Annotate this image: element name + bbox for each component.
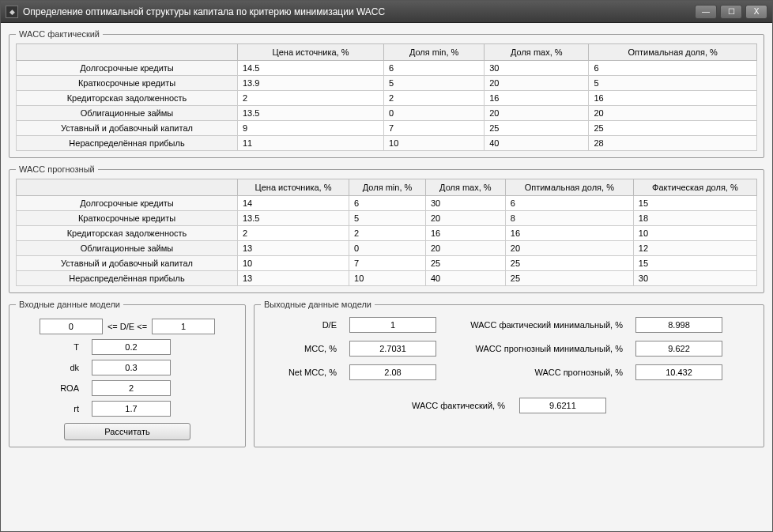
cell[interactable]: 16 [425,226,505,241]
cell[interactable]: 15 [633,256,756,271]
row-name: Краткосрочные кредиты [17,76,238,91]
cell[interactable]: 9 [238,121,384,136]
cell[interactable]: 2 [238,91,384,106]
cell[interactable]: 8 [505,211,633,226]
col-fact: Фактическая доля, % [633,179,756,196]
cell[interactable]: 7 [349,256,426,271]
de-out-value: 1 [349,317,436,333]
cell[interactable]: 16 [485,91,589,106]
cell[interactable]: 10 [349,271,426,286]
calculate-button[interactable]: Рассчитать [64,423,190,440]
cell[interactable]: 20 [589,106,757,121]
col-empty [17,44,238,61]
cell[interactable]: 6 [589,61,757,76]
cell[interactable]: 20 [425,211,505,226]
cell[interactable]: 12 [633,241,756,256]
cell[interactable]: 25 [589,121,757,136]
cell[interactable]: 7 [384,121,485,136]
rt-input[interactable] [92,401,171,417]
cell[interactable]: 13 [238,271,349,286]
cell[interactable]: 0 [384,106,485,121]
cell[interactable]: 20 [485,76,589,91]
row-name: Уставный и добавочный капитал [17,121,238,136]
table-row: Уставный и добавочный капитал 10 7 25 25… [17,256,757,271]
table-row: Краткосрочные кредиты 13.5 5 20 8 18 [17,211,757,226]
maximize-button[interactable]: ☐ [720,5,742,19]
wacc-forecast-legend: WACC прогнозный [16,164,98,174]
t-label: T [16,342,79,352]
roa-label: ROA [16,383,79,393]
de-high-input[interactable] [152,319,215,334]
cell[interactable]: 28 [589,136,757,151]
col-opt: Оптимальная доля, % [589,44,757,61]
outputs-legend: Выходные данные модели [261,300,375,309]
cell[interactable]: 25 [505,271,633,286]
rt-label: rt [16,404,79,413]
cell[interactable]: 18 [633,211,756,226]
row-name: Кредиторская задолженность [17,91,238,106]
wacc-fact-value: 9.6211 [519,398,606,413]
de-range-label: <= D/E <= [107,322,147,331]
close-button[interactable]: X [745,5,767,19]
table-row: Нераспределённая прибыль 11 10 40 28 [17,136,757,151]
cell[interactable]: 40 [485,136,589,151]
cell[interactable]: 5 [349,211,426,226]
de-out-label: D/E [266,320,337,330]
cell[interactable]: 13.5 [238,211,349,226]
wacc-factual-group: WACC фактический Цена источника, % Доля … [9,29,764,158]
cell[interactable]: 2 [238,226,349,241]
cell[interactable]: 6 [349,196,426,211]
cell[interactable]: 30 [425,196,505,211]
cell[interactable]: 13 [238,241,349,256]
cell[interactable]: 40 [425,271,505,286]
wacc-fact-min-label: WACC фактический минимальный, % [449,320,623,330]
row-name: Уставный и добавочный капитал [17,256,238,271]
cell[interactable]: 16 [589,91,757,106]
wacc-forecast-table: Цена источника, % Доля min, % Доля max, … [16,179,757,286]
cell[interactable]: 10 [633,226,756,241]
wacc-prog-min-value: 9.622 [635,341,722,357]
dk-input[interactable] [92,360,171,375]
table-row: Кредиторская задолженность 2 2 16 16 10 [17,226,757,241]
wacc-factual-table: Цена источника, % Доля min, % Доля max, … [16,43,757,151]
cell[interactable]: 14.5 [238,61,384,76]
wacc-fact-min-value: 8.998 [635,317,722,333]
cell[interactable]: 20 [485,106,589,121]
cell[interactable]: 13.9 [238,76,384,91]
cell[interactable]: 25 [425,256,505,271]
cell[interactable]: 20 [425,241,505,256]
row-name: Долгосрочные кредиты [17,61,238,76]
cell[interactable]: 25 [505,256,633,271]
cell[interactable]: 10 [238,256,349,271]
table-row: Уставный и добавочный капитал 9 7 25 25 [17,121,757,136]
cell[interactable]: 11 [238,136,384,151]
de-low-input[interactable] [40,319,103,334]
cell[interactable]: 30 [485,61,589,76]
cell[interactable]: 2 [384,91,485,106]
cell[interactable]: 6 [384,61,485,76]
cell[interactable]: 20 [505,241,633,256]
cell[interactable]: 10 [384,136,485,151]
cell[interactable]: 5 [589,76,757,91]
cell[interactable]: 0 [349,241,426,256]
cell[interactable]: 15 [633,196,756,211]
minimize-button[interactable]: — [695,5,717,19]
netmcc-value: 2.08 [349,364,436,380]
cell[interactable]: 14 [238,196,349,211]
roa-input[interactable] [92,380,171,396]
cell[interactable]: 13.5 [238,106,384,121]
cell[interactable]: 25 [485,121,589,136]
col-price: Цена источника, % [238,179,349,196]
cell[interactable]: 6 [505,196,633,211]
row-name: Облигационные займы [17,241,238,256]
cell[interactable]: 30 [633,271,756,286]
row-name: Краткосрочные кредиты [17,211,238,226]
t-input[interactable] [92,339,171,355]
cell[interactable]: 2 [349,226,426,241]
cell[interactable]: 16 [505,226,633,241]
titlebar[interactable]: ◆ Определение оптимальной структуры капи… [1,1,772,23]
cell[interactable]: 5 [384,76,485,91]
window-title: Определение оптимальной структуры капита… [23,6,695,17]
col-price: Цена источника, % [238,44,384,61]
table-row: Долгосрочные кредиты 14 6 30 6 15 [17,196,757,211]
